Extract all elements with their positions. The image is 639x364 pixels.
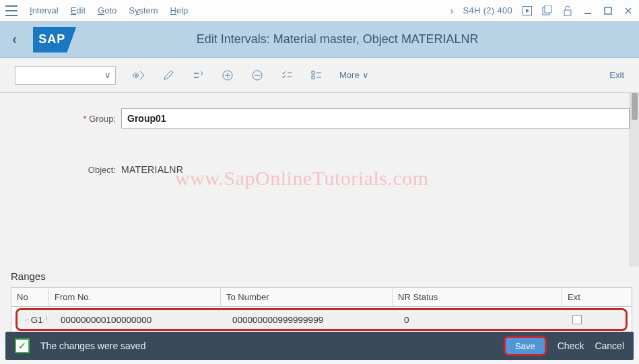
new-session-icon[interactable] — [542, 5, 553, 16]
svg-point-9 — [135, 74, 137, 76]
ext-checkbox[interactable] — [572, 315, 582, 324]
object-field-row: Object: MATERIALNR — [67, 160, 632, 179]
object-value: MATERIALNR — [121, 164, 183, 175]
more-label: More — [339, 70, 360, 80]
svg-rect-4 — [564, 10, 571, 15]
maximize-icon[interactable] — [603, 5, 613, 16]
more-button[interactable]: More ∨ — [339, 70, 369, 80]
svg-rect-18 — [312, 76, 314, 79]
table-header: No From No. To Number NR Status Ext — [11, 288, 632, 307]
col-status[interactable]: NR Status — [393, 288, 562, 306]
chevron-down-icon: ∨ — [362, 70, 369, 80]
titlebar: ‹ SAP Edit Intervals: Material master, O… — [0, 22, 639, 58]
app-toolbar: ∨ More ∨ Exit — [0, 58, 639, 93]
col-to[interactable]: To Number — [221, 288, 393, 306]
svg-marker-1 — [526, 9, 529, 13]
vertical-scrollbar[interactable] — [630, 93, 639, 266]
cell-ext[interactable] — [568, 312, 626, 327]
success-icon: ✓ — [15, 338, 30, 353]
chevron-down-icon: ∨ — [104, 70, 111, 80]
menu-icon[interactable] — [5, 5, 18, 16]
play-icon[interactable] — [522, 5, 533, 16]
cell-no[interactable]: ⌐G1┘ — [20, 312, 55, 328]
content-area: * Group: Object: MATERIALNR www.SapOnlin… — [0, 93, 639, 266]
svg-rect-3 — [545, 5, 551, 13]
check-button[interactable]: Check — [558, 340, 584, 351]
exit-button[interactable]: Exit — [609, 70, 624, 80]
menu-goto[interactable]: Goto — [98, 5, 116, 15]
system-area: › S4H (2) 400 — [450, 5, 634, 16]
cell-from[interactable]: 000000000100000000 — [55, 312, 227, 328]
svg-rect-6 — [605, 7, 611, 14]
ranges-title: Ranges — [11, 266, 632, 287]
cell-to[interactable]: 000000000999999999 — [227, 312, 399, 328]
group-input[interactable] — [121, 108, 630, 129]
edit-icon[interactable] — [162, 69, 175, 82]
command-field[interactable]: ∨ — [15, 66, 116, 85]
menubar: Interval Edit Goto System Help › S4H (2)… — [0, 0, 639, 22]
status-message: The changes were saved — [40, 340, 493, 351]
statusbar: ✓ The changes were saved Save Check Canc… — [5, 332, 634, 360]
lock-open-icon[interactable] — [562, 5, 573, 16]
back-button[interactable]: ‹ — [12, 31, 17, 48]
cancel-button[interactable]: Cancel — [595, 340, 624, 351]
menu-help[interactable]: Help — [170, 5, 189, 15]
col-no[interactable]: No — [11, 288, 49, 306]
group-label: * Group: — [67, 114, 116, 124]
col-ext[interactable]: Ext — [562, 288, 632, 306]
svg-rect-17 — [312, 71, 314, 74]
menu-interval[interactable]: Interval — [30, 5, 59, 15]
menu-system[interactable]: System — [129, 5, 158, 15]
system-id: S4H (2) 400 — [463, 5, 512, 15]
minimize-icon[interactable] — [582, 5, 593, 16]
menu-edit[interactable]: Edit — [71, 5, 86, 15]
close-icon[interactable] — [623, 5, 634, 16]
group-field-row: * Group: — [67, 108, 632, 129]
table-row[interactable]: ⌐G1┘ 000000000100000000 0000000009999999… — [15, 308, 628, 331]
col-from[interactable]: From No. — [49, 288, 221, 306]
page-title: Edit Intervals: Material master, Object … — [48, 32, 627, 46]
cell-status[interactable]: 0 — [399, 312, 568, 328]
save-button[interactable]: Save — [504, 336, 547, 356]
display-change-icon[interactable] — [132, 69, 145, 82]
chevron-right-icon[interactable]: › — [450, 5, 454, 16]
object-label: Object: — [67, 165, 116, 175]
select-all-icon[interactable] — [280, 69, 294, 82]
overview-icon[interactable] — [191, 69, 205, 82]
deselect-all-icon[interactable] — [310, 69, 323, 82]
insert-line-icon[interactable] — [221, 69, 234, 82]
delete-line-icon[interactable] — [250, 69, 264, 82]
